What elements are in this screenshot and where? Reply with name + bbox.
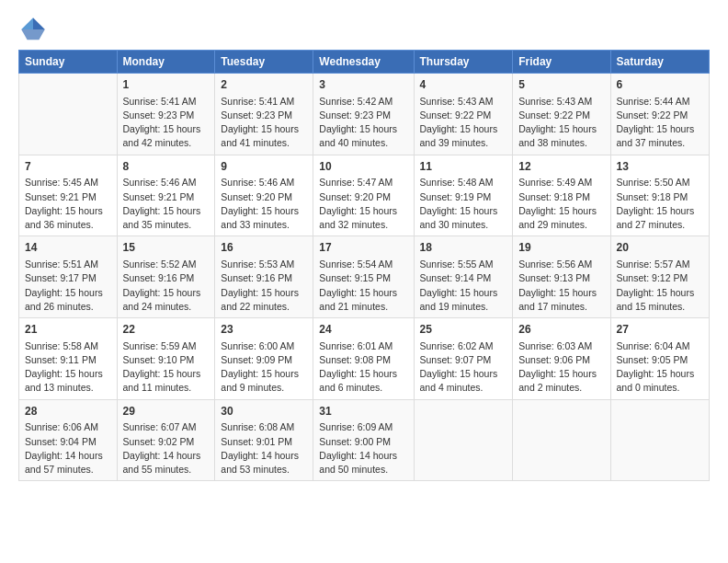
day-number: 7: [25, 159, 111, 175]
day-cell: 2Sunrise: 5:41 AM Sunset: 9:23 PM Daylig…: [215, 74, 313, 155]
day-cell: 21Sunrise: 5:58 AM Sunset: 9:11 PM Dayli…: [19, 318, 118, 400]
day-content: Sunrise: 6:06 AM Sunset: 9:04 PM Dayligh…: [25, 420, 111, 477]
week-row-2: 7Sunrise: 5:45 AM Sunset: 9:21 PM Daylig…: [19, 155, 710, 236]
header-cell-wednesday: Wednesday: [313, 51, 414, 74]
day-cell: 28Sunrise: 6:06 AM Sunset: 9:04 PM Dayli…: [19, 399, 118, 481]
day-content: Sunrise: 5:57 AM Sunset: 9:12 PM Dayligh…: [617, 258, 703, 314]
day-content: Sunrise: 5:59 AM Sunset: 9:10 PM Dayligh…: [123, 339, 210, 396]
day-number: 25: [420, 322, 507, 338]
day-content: Sunrise: 5:46 AM Sunset: 9:20 PM Dayligh…: [221, 176, 307, 232]
day-number: 2: [221, 77, 307, 93]
day-content: Sunrise: 5:56 AM Sunset: 9:13 PM Dayligh…: [518, 258, 604, 314]
page: SundayMondayTuesdayWednesdayThursdayFrid…: [0, 0, 728, 492]
day-content: Sunrise: 5:42 AM Sunset: 9:23 PM Dayligh…: [319, 95, 407, 151]
day-content: Sunrise: 5:52 AM Sunset: 9:16 PM Dayligh…: [123, 258, 210, 314]
calendar-table: SundayMondayTuesdayWednesdayThursdayFrid…: [18, 50, 710, 481]
week-row-4: 21Sunrise: 5:58 AM Sunset: 9:11 PM Dayli…: [19, 318, 710, 400]
day-cell: 3Sunrise: 5:42 AM Sunset: 9:23 PM Daylig…: [313, 74, 414, 155]
svg-marker-1: [21, 17, 33, 29]
day-cell: [610, 399, 709, 481]
day-content: Sunrise: 5:55 AM Sunset: 9:14 PM Dayligh…: [420, 258, 507, 314]
day-content: Sunrise: 6:08 AM Sunset: 9:01 PM Dayligh…: [221, 420, 307, 477]
day-cell: 17Sunrise: 5:54 AM Sunset: 9:15 PM Dayli…: [313, 236, 414, 318]
header-cell-thursday: Thursday: [414, 51, 513, 74]
day-content: Sunrise: 5:43 AM Sunset: 9:22 PM Dayligh…: [518, 95, 604, 151]
day-cell: 11Sunrise: 5:48 AM Sunset: 9:19 PM Dayli…: [414, 155, 513, 236]
day-number: 20: [617, 240, 703, 256]
week-row-5: 28Sunrise: 6:06 AM Sunset: 9:04 PM Dayli…: [19, 399, 710, 481]
day-cell: 15Sunrise: 5:52 AM Sunset: 9:16 PM Dayli…: [117, 236, 215, 318]
day-content: Sunrise: 5:48 AM Sunset: 9:19 PM Dayligh…: [420, 176, 507, 232]
day-cell: 23Sunrise: 6:00 AM Sunset: 9:09 PM Dayli…: [215, 318, 313, 400]
day-cell: 22Sunrise: 5:59 AM Sunset: 9:10 PM Dayli…: [117, 318, 215, 400]
header-cell-friday: Friday: [513, 51, 610, 74]
day-number: 12: [518, 159, 604, 175]
logo-icon: [18, 15, 48, 44]
day-number: 5: [518, 77, 604, 93]
header-cell-sunday: Sunday: [19, 51, 118, 74]
day-content: Sunrise: 6:07 AM Sunset: 9:02 PM Dayligh…: [123, 420, 210, 477]
day-cell: 1Sunrise: 5:41 AM Sunset: 9:23 PM Daylig…: [117, 74, 215, 155]
week-row-1: 1Sunrise: 5:41 AM Sunset: 9:23 PM Daylig…: [19, 74, 710, 155]
day-content: Sunrise: 6:09 AM Sunset: 9:00 PM Dayligh…: [319, 420, 407, 477]
header-cell-saturday: Saturday: [610, 51, 709, 74]
day-number: 28: [25, 404, 111, 419]
day-number: 18: [420, 240, 507, 256]
day-cell: 6Sunrise: 5:44 AM Sunset: 9:22 PM Daylig…: [610, 74, 709, 155]
day-cell: 31Sunrise: 6:09 AM Sunset: 9:00 PM Dayli…: [313, 399, 414, 481]
svg-marker-2: [21, 29, 45, 40]
day-number: 19: [518, 240, 604, 256]
day-cell: 29Sunrise: 6:07 AM Sunset: 9:02 PM Dayli…: [117, 399, 215, 481]
day-cell: 30Sunrise: 6:08 AM Sunset: 9:01 PM Dayli…: [215, 399, 313, 481]
day-content: Sunrise: 5:47 AM Sunset: 9:20 PM Dayligh…: [319, 176, 407, 232]
day-content: Sunrise: 6:01 AM Sunset: 9:08 PM Dayligh…: [319, 339, 407, 396]
day-content: Sunrise: 5:51 AM Sunset: 9:17 PM Dayligh…: [25, 258, 111, 314]
day-number: 10: [319, 159, 407, 175]
day-number: 21: [25, 322, 111, 338]
header: [18, 15, 710, 44]
logo: [18, 15, 51, 44]
day-cell: 7Sunrise: 5:45 AM Sunset: 9:21 PM Daylig…: [19, 155, 118, 236]
day-cell: 4Sunrise: 5:43 AM Sunset: 9:22 PM Daylig…: [414, 74, 513, 155]
day-content: Sunrise: 5:54 AM Sunset: 9:15 PM Dayligh…: [319, 258, 407, 314]
day-cell: 20Sunrise: 5:57 AM Sunset: 9:12 PM Dayli…: [610, 236, 709, 318]
day-content: Sunrise: 5:58 AM Sunset: 9:11 PM Dayligh…: [25, 339, 111, 396]
day-number: 3: [319, 77, 407, 93]
header-row: SundayMondayTuesdayWednesdayThursdayFrid…: [19, 51, 710, 74]
day-number: 11: [420, 159, 507, 175]
header-cell-monday: Monday: [117, 51, 215, 74]
day-cell: 8Sunrise: 5:46 AM Sunset: 9:21 PM Daylig…: [117, 155, 215, 236]
day-number: 26: [518, 322, 604, 338]
day-cell: 25Sunrise: 6:02 AM Sunset: 9:07 PM Dayli…: [414, 318, 513, 400]
day-number: 22: [123, 322, 210, 338]
day-number: 15: [123, 240, 210, 256]
day-cell: 16Sunrise: 5:53 AM Sunset: 9:16 PM Dayli…: [215, 236, 313, 318]
day-content: Sunrise: 5:50 AM Sunset: 9:18 PM Dayligh…: [617, 176, 703, 232]
day-cell: [414, 399, 513, 481]
day-number: 13: [617, 159, 703, 175]
day-content: Sunrise: 5:44 AM Sunset: 9:22 PM Dayligh…: [617, 95, 703, 151]
day-number: 29: [123, 404, 210, 419]
day-number: 1: [123, 77, 210, 93]
day-content: Sunrise: 6:04 AM Sunset: 9:05 PM Dayligh…: [617, 339, 703, 396]
day-number: 14: [25, 240, 111, 256]
day-content: Sunrise: 6:03 AM Sunset: 9:06 PM Dayligh…: [518, 339, 604, 396]
day-cell: 26Sunrise: 6:03 AM Sunset: 9:06 PM Dayli…: [513, 318, 610, 400]
day-number: 8: [123, 159, 210, 175]
day-number: 27: [617, 322, 703, 338]
day-cell: 10Sunrise: 5:47 AM Sunset: 9:20 PM Dayli…: [313, 155, 414, 236]
day-number: 6: [617, 77, 703, 93]
day-cell: [513, 399, 610, 481]
week-row-3: 14Sunrise: 5:51 AM Sunset: 9:17 PM Dayli…: [19, 236, 710, 318]
day-content: Sunrise: 5:41 AM Sunset: 9:23 PM Dayligh…: [123, 95, 210, 151]
day-content: Sunrise: 5:45 AM Sunset: 9:21 PM Dayligh…: [25, 176, 111, 232]
day-number: 16: [221, 240, 307, 256]
day-number: 30: [221, 404, 307, 419]
day-number: 23: [221, 322, 307, 338]
day-cell: 5Sunrise: 5:43 AM Sunset: 9:22 PM Daylig…: [513, 74, 610, 155]
day-cell: 19Sunrise: 5:56 AM Sunset: 9:13 PM Dayli…: [513, 236, 610, 318]
day-cell: 12Sunrise: 5:49 AM Sunset: 9:18 PM Dayli…: [513, 155, 610, 236]
day-number: 4: [420, 77, 507, 93]
day-content: Sunrise: 6:02 AM Sunset: 9:07 PM Dayligh…: [420, 339, 507, 396]
day-content: Sunrise: 6:00 AM Sunset: 9:09 PM Dayligh…: [221, 339, 307, 396]
